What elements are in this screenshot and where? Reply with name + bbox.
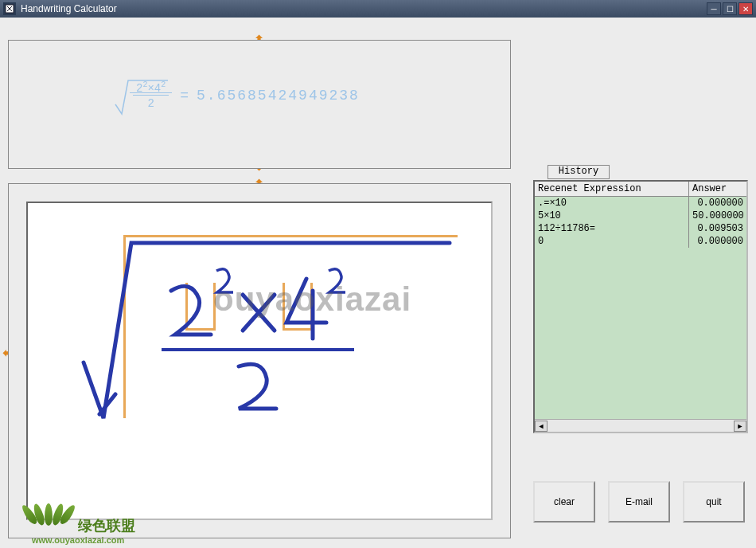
- window-titlebar: Handwriting Calculator ─ ☐ ✕: [0, 0, 756, 18]
- minimize-button[interactable]: ─: [707, 2, 721, 15]
- history-row[interactable]: 112÷11786=0.009503: [535, 222, 746, 235]
- scroll-left-button[interactable]: ◄: [535, 421, 548, 432]
- history-row[interactable]: 5×1050.000000: [535, 209, 746, 222]
- history-answer: 50.000000: [689, 209, 746, 222]
- history-panel: Recenet Expression Answer .=×100.0000005…: [533, 180, 748, 433]
- quit-button[interactable]: quit: [683, 481, 745, 523]
- history-header-expression[interactable]: Recenet Expression: [535, 182, 689, 196]
- app-icon: [3, 2, 16, 15]
- history-tab[interactable]: History: [548, 165, 610, 179]
- clear-button[interactable]: clear: [533, 481, 595, 523]
- close-button[interactable]: ✕: [738, 2, 753, 15]
- result-value: 5.65685424949238: [197, 88, 360, 104]
- history-answer: 0.000000: [689, 197, 746, 209]
- history-row[interactable]: 00.000000: [535, 235, 746, 248]
- history-expression: .=×10: [535, 197, 689, 209]
- history-expression: 112÷11786=: [535, 222, 689, 235]
- result-preview-panel: 22×42 2 = 5.65685424949238: [8, 40, 511, 169]
- history-row[interactable]: .=×100.000000: [535, 197, 746, 209]
- history-expression: 5×10: [535, 209, 689, 222]
- history-header-answer[interactable]: Answer: [689, 182, 746, 196]
- handwriting-canvas-panel: [8, 183, 511, 538]
- window-title: Handwriting Calculator: [21, 3, 117, 14]
- equals-sign: =: [180, 88, 189, 104]
- history-expression: 0: [535, 235, 689, 248]
- email-button[interactable]: E-mail: [608, 481, 670, 523]
- handwriting-canvas[interactable]: [26, 202, 493, 520]
- history-scrollbar[interactable]: ◄ ►: [535, 419, 746, 432]
- history-answer: 0.009503: [689, 222, 746, 235]
- history-header: Recenet Expression Answer: [535, 182, 746, 197]
- scroll-right-button[interactable]: ►: [734, 421, 746, 432]
- history-answer: 0.000000: [689, 235, 746, 248]
- maximize-button[interactable]: ☐: [723, 2, 737, 15]
- sqrt-icon: 22×42 2: [128, 80, 172, 111]
